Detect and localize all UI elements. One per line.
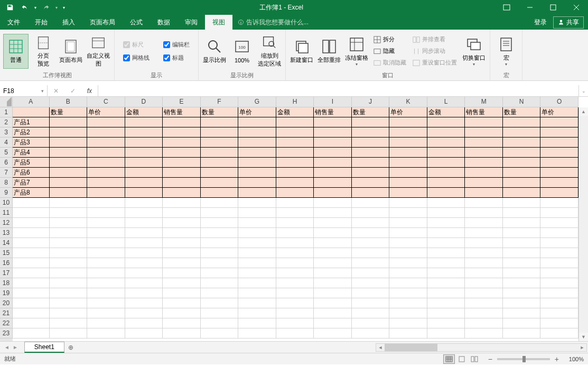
cell[interactable]: [238, 148, 276, 158]
row-header[interactable]: 17: [0, 268, 13, 278]
cell[interactable]: [503, 188, 541, 198]
cell[interactable]: [389, 318, 427, 328]
cell[interactable]: [125, 298, 163, 308]
cell[interactable]: [13, 238, 50, 248]
cell[interactable]: [238, 178, 276, 188]
cell[interactable]: [87, 208, 125, 218]
zoom-in-button[interactable]: +: [553, 355, 561, 363]
cell[interactable]: [314, 168, 352, 178]
cell[interactable]: [389, 168, 427, 178]
cell[interactable]: [427, 248, 465, 258]
cell[interactable]: 单价: [540, 107, 578, 117]
cell[interactable]: [87, 198, 125, 208]
cell[interactable]: [503, 318, 541, 328]
cell[interactable]: [50, 148, 88, 158]
cell[interactable]: [352, 127, 390, 138]
cell[interactable]: 金额: [276, 107, 314, 117]
cell[interactable]: [389, 288, 427, 298]
cell[interactable]: [238, 218, 276, 228]
cell[interactable]: [314, 158, 352, 168]
cell[interactable]: [276, 178, 314, 188]
cell[interactable]: [503, 198, 541, 208]
cell[interactable]: [276, 127, 314, 138]
cell[interactable]: [276, 188, 314, 198]
cell[interactable]: [125, 248, 163, 258]
cell[interactable]: [238, 268, 276, 278]
cell[interactable]: [238, 328, 276, 339]
cell[interactable]: [314, 278, 352, 288]
cell[interactable]: [465, 127, 503, 138]
cell[interactable]: [427, 258, 465, 268]
cell[interactable]: [163, 168, 201, 178]
cell[interactable]: [427, 298, 465, 308]
cell[interactable]: 单价: [389, 107, 427, 117]
cell[interactable]: [427, 278, 465, 288]
cell[interactable]: [201, 168, 239, 178]
cell[interactable]: [465, 188, 503, 198]
cell[interactable]: [503, 248, 541, 258]
cell[interactable]: [201, 188, 239, 198]
cell[interactable]: [50, 168, 88, 178]
cell[interactable]: [125, 328, 163, 339]
cell[interactable]: [465, 238, 503, 248]
row-header[interactable]: 8: [0, 178, 13, 188]
cell[interactable]: [50, 328, 88, 339]
scroll-down-button[interactable]: ▼: [579, 333, 588, 341]
cell[interactable]: [389, 198, 427, 208]
cell[interactable]: [352, 298, 390, 308]
cell[interactable]: 数量: [201, 107, 239, 117]
row-header[interactable]: 19: [0, 288, 13, 298]
cell[interactable]: [540, 308, 578, 318]
cell[interactable]: 数量: [503, 107, 541, 117]
cell[interactable]: [540, 228, 578, 238]
cell[interactable]: 销售量: [465, 107, 503, 117]
cell[interactable]: [125, 168, 163, 178]
cell[interactable]: [465, 318, 503, 328]
row-header[interactable]: 20: [0, 298, 13, 308]
cell[interactable]: [427, 168, 465, 178]
page-break-view-button[interactable]: [469, 354, 480, 364]
cell[interactable]: [87, 168, 125, 178]
cell[interactable]: [503, 138, 541, 148]
cell[interactable]: [163, 328, 201, 339]
cell[interactable]: [238, 228, 276, 238]
cell[interactable]: [540, 328, 578, 339]
cell[interactable]: [540, 138, 578, 148]
zoom-to-selection-button[interactable]: 缩放到 选定区域: [257, 34, 282, 69]
cell[interactable]: [465, 117, 503, 127]
cell[interactable]: [352, 278, 390, 288]
cell[interactable]: [540, 238, 578, 248]
cell[interactable]: 产品1: [13, 117, 50, 127]
page-layout-view-button[interactable]: [456, 354, 468, 364]
cell[interactable]: [389, 278, 427, 288]
tab-nav-next[interactable]: ►: [13, 344, 18, 350]
cell[interactable]: [314, 208, 352, 218]
cell[interactable]: [50, 238, 88, 248]
cell[interactable]: [465, 248, 503, 258]
cell[interactable]: [238, 208, 276, 218]
cell[interactable]: [87, 228, 125, 238]
cell[interactable]: [163, 117, 201, 127]
menu-tab[interactable]: 页面布局: [82, 15, 123, 30]
cell[interactable]: [314, 218, 352, 228]
cell[interactable]: [503, 268, 541, 278]
cell[interactable]: [352, 208, 390, 218]
cell[interactable]: [465, 208, 503, 218]
cell[interactable]: [389, 127, 427, 138]
tell-me-box[interactable]: 告诉我您想要做什么...: [232, 15, 314, 30]
scroll-right-button[interactable]: ►: [578, 345, 586, 350]
cell[interactable]: [540, 258, 578, 268]
cell[interactable]: [465, 178, 503, 188]
cell[interactable]: [389, 268, 427, 278]
cell[interactable]: [540, 198, 578, 208]
cell[interactable]: [125, 188, 163, 198]
cell[interactable]: [389, 148, 427, 158]
cell[interactable]: [13, 318, 50, 328]
cell[interactable]: [201, 218, 239, 228]
cell[interactable]: [238, 188, 276, 198]
cell[interactable]: [125, 268, 163, 278]
cell[interactable]: 产品5: [13, 158, 50, 168]
cell[interactable]: [13, 268, 50, 278]
cell[interactable]: [50, 188, 88, 198]
cell[interactable]: [540, 188, 578, 198]
